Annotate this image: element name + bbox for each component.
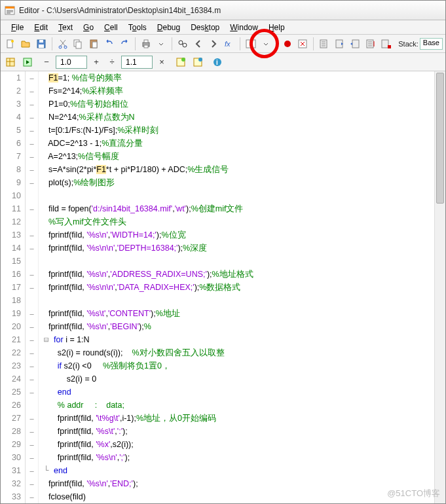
find-icon[interactable] (176, 37, 190, 51)
svg-text:i: i (216, 59, 218, 66)
svg-rect-24 (352, 40, 359, 48)
undo-icon[interactable] (102, 37, 117, 51)
menu-file[interactable]: File (6, 22, 29, 33)
svg-text:fx: fx (225, 40, 231, 48)
publish2-icon[interactable] (191, 55, 205, 69)
menu-cell[interactable]: Cell (99, 22, 123, 33)
menu-debug[interactable]: Debug (152, 22, 185, 33)
svg-rect-14 (144, 40, 148, 43)
svg-point-3 (11, 40, 14, 43)
copy-icon[interactable] (71, 37, 85, 51)
divide-button[interactable]: ÷ (105, 56, 119, 69)
info-icon[interactable]: i (210, 55, 225, 69)
toolbar-cell: − 1.0 + ÷ 1.1 × i (1, 53, 445, 71)
print-icon[interactable] (139, 37, 153, 51)
menu-help[interactable]: Help (263, 22, 290, 33)
menu-go[interactable]: Go (78, 22, 99, 33)
scrollbar-thumb[interactable] (436, 73, 444, 204)
back-icon[interactable] (191, 37, 206, 51)
window-title: Editor - C:\Users\Administrator\Desktop\… (19, 6, 221, 15)
print-dropdown-icon[interactable] (155, 37, 169, 51)
inc-value-1[interactable]: 1.0 (56, 56, 87, 69)
open-icon[interactable] (19, 37, 33, 51)
times-button[interactable]: × (155, 56, 168, 69)
stop-icon[interactable] (379, 37, 394, 51)
continue-icon[interactable] (363, 37, 378, 51)
menu-text[interactable]: Text (53, 22, 78, 33)
svg-rect-12 (92, 42, 97, 48)
save-icon[interactable] (34, 37, 48, 51)
titlebar: Editor - C:\Users\Administrator\Desktop\… (1, 1, 445, 20)
svg-point-17 (183, 43, 187, 47)
run-dropdown-icon[interactable] (259, 37, 273, 51)
eval-cell-icon[interactable] (20, 55, 35, 69)
step-icon[interactable] (317, 37, 331, 51)
line-gutter: 1234567891011121314151617181920212223242… (1, 71, 26, 503)
vertical-scrollbar[interactable] (434, 71, 445, 503)
svg-rect-26 (382, 40, 388, 48)
svg-point-31 (181, 58, 185, 62)
stack-select[interactable]: Base (420, 38, 443, 50)
minus-button[interactable]: − (40, 56, 53, 69)
paste-icon[interactable] (86, 37, 101, 51)
step-out-icon[interactable] (348, 37, 362, 51)
publish-icon[interactable] (174, 55, 188, 69)
step-in-icon[interactable] (333, 37, 347, 51)
menubar: File Edit Text Go Cell Tools Debug Deskt… (1, 20, 445, 35)
redo-icon[interactable] (117, 37, 132, 51)
svg-rect-28 (7, 58, 14, 66)
stack-label: Stack: (398, 40, 418, 48)
cut-icon[interactable] (56, 37, 70, 51)
menu-desktop[interactable]: Desktop (185, 22, 225, 33)
run-icon[interactable] (244, 37, 258, 51)
cell-mode-icon[interactable] (3, 55, 18, 69)
svg-rect-10 (76, 42, 81, 48)
watermark: @51CTO博客 (387, 488, 440, 499)
editor-area[interactable]: 1234567891011121314151617181920212223242… (1, 71, 445, 503)
svg-point-20 (284, 41, 291, 47)
menu-window[interactable]: Window (225, 22, 263, 33)
svg-point-33 (198, 58, 202, 62)
clear-breakpoint-icon[interactable] (296, 37, 310, 51)
app-icon (5, 5, 15, 16)
inc-value-2[interactable]: 1.1 (121, 56, 153, 69)
menu-tools[interactable]: Tools (123, 22, 152, 33)
svg-rect-1 (5, 7, 14, 9)
svg-rect-15 (144, 45, 148, 48)
plus-button[interactable]: + (90, 56, 103, 69)
menu-edit[interactable]: Edit (29, 22, 53, 33)
forward-icon[interactable] (206, 37, 221, 51)
svg-rect-27 (388, 45, 391, 48)
breakpoint-icon[interactable] (280, 37, 295, 51)
svg-rect-6 (39, 45, 44, 48)
svg-rect-5 (39, 40, 43, 43)
new-file-icon[interactable] (3, 37, 18, 51)
toolbar-main: fx Stack: Base (1, 35, 445, 53)
breakpoint-margin[interactable]: –––––––––––––––––––––––––––– (26, 71, 39, 503)
fx-icon[interactable]: fx (222, 37, 236, 51)
code-content[interactable]: F1=1; %信号的频率 Fs=2^14;%采样频率 P1=0;%信号初始相位 … (39, 71, 445, 503)
